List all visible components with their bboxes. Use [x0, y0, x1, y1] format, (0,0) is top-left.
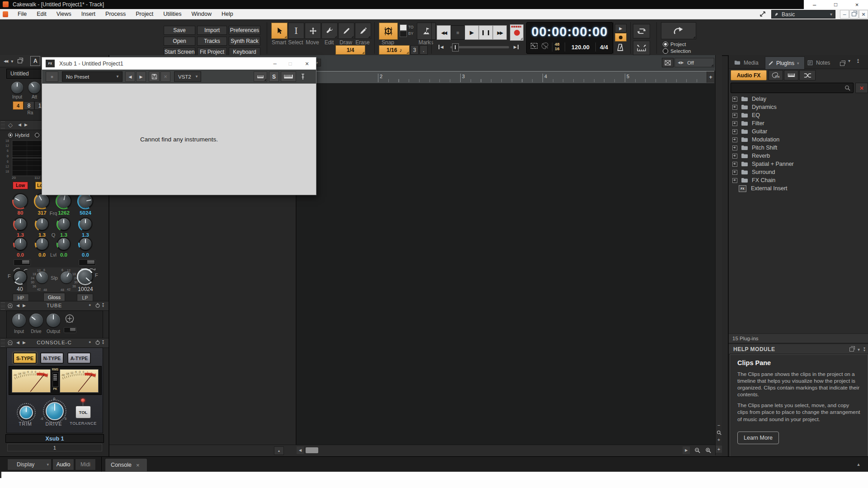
tube-header[interactable]: ◀ ▶ TUBE ● ▾▾	[0, 301, 108, 311]
menu-project[interactable]: Project	[131, 11, 158, 17]
tube-drive-knob[interactable]	[29, 314, 43, 327]
tree-item-delay[interactable]: Delay	[729, 95, 860, 103]
preset-dropdown[interactable]: No Preset ▼	[62, 71, 123, 82]
forward-button[interactable]: ▶▶	[493, 25, 507, 40]
workspace-dropdown[interactable]: Basic ▾	[771, 10, 835, 19]
virtual-keyboard-button[interactable]	[281, 71, 296, 82]
palette-icon[interactable]	[541, 42, 549, 49]
expand-icon[interactable]	[732, 154, 737, 159]
eq-lvl3-knob[interactable]	[58, 238, 70, 250]
trim-knob[interactable]	[19, 406, 33, 419]
tree-item-filter[interactable]: Filter	[729, 119, 860, 127]
vst-type-dropdown[interactable]: VST2 ▼	[174, 71, 201, 82]
collapse-pane-button[interactable]: ▴	[274, 446, 284, 455]
atype-button[interactable]: A-TYPE	[67, 352, 91, 364]
expand-icon[interactable]	[732, 105, 737, 110]
next-preset-button[interactable]: ▶	[136, 71, 146, 82]
position-slider-track[interactable]	[450, 46, 509, 48]
stype-button[interactable]: S-TYPE	[13, 352, 37, 364]
envelope-button[interactable]	[662, 58, 674, 67]
mini-play-button[interactable]: ▶	[615, 24, 627, 33]
rte-button[interactable]: ▶	[514, 43, 523, 51]
expand-icon[interactable]	[732, 113, 737, 118]
import-button[interactable]: Import	[197, 26, 227, 35]
metronome-button[interactable]	[615, 42, 626, 53]
collapse-icon[interactable]: ▾▾	[102, 340, 104, 344]
console-header[interactable]: ◀ ▶ CONSOLE-C ● ▾▾	[0, 338, 108, 348]
tree-item-guitar[interactable]: Guitar	[729, 127, 860, 136]
open-button[interactable]: Open	[164, 37, 195, 46]
hp-freq-knob[interactable]	[14, 271, 26, 283]
snap-to-toggle[interactable]	[400, 24, 407, 31]
prev-module-icon[interactable]: ◀	[18, 122, 21, 127]
undock-icon[interactable]	[849, 347, 854, 352]
eq-lvl2-knob[interactable]	[36, 238, 48, 250]
pause-button[interactable]	[479, 25, 493, 40]
expand-icon[interactable]	[732, 137, 737, 142]
menu-file[interactable]: File	[13, 11, 32, 17]
midi-tab[interactable]: Midi	[75, 459, 96, 470]
timeline-ruler[interactable]: 2 3 4 5 6 +	[297, 71, 714, 84]
console-dock-tab[interactable]: Console ×	[105, 458, 147, 471]
eq-lvl4-knob[interactable]	[80, 238, 91, 250]
lp-slope-knob[interactable]	[61, 272, 72, 283]
expand-icon[interactable]	[732, 145, 737, 150]
eq-q3-knob[interactable]	[58, 218, 70, 230]
select-tool-button[interactable]: I	[288, 23, 304, 39]
midi-fx-button[interactable]	[784, 70, 798, 80]
aim-assist-dropdown[interactable]: ◀ ▶ Off	[675, 58, 714, 67]
mdi-close-button[interactable]: ×	[859, 10, 868, 19]
ratio-4-button[interactable]: 4	[13, 101, 24, 110]
menu-help[interactable]: Help	[217, 11, 238, 17]
move-tool-button[interactable]	[305, 23, 321, 39]
collapse-right-icon[interactable]: ▴▴	[857, 58, 859, 63]
tree-item-external-insert[interactable]: FXExternal Insert	[729, 184, 860, 192]
synth-rack-button[interactable]: Synth Rack	[229, 37, 260, 46]
smart-tool-button[interactable]	[271, 23, 288, 39]
vzoom-out-button[interactable]: −	[716, 422, 722, 428]
fx-palette-button[interactable]: FX	[769, 70, 783, 80]
time-display[interactable]: 00:00:00:00	[527, 23, 613, 40]
diamond-icon[interactable]: ◇	[8, 122, 13, 128]
power-icon[interactable]	[95, 303, 100, 308]
audio-fx-tab[interactable]: Audio FX	[731, 70, 767, 80]
collapse-left-icon[interactable]: ◀◀	[4, 59, 7, 63]
eq-q2-knob[interactable]	[36, 218, 48, 230]
stop-button[interactable]: ■	[451, 25, 465, 40]
rewind-button[interactable]: ◀◀	[437, 25, 451, 40]
delete-preset-button[interactable]: ×	[160, 71, 170, 82]
edit-tool-button[interactable]	[321, 23, 338, 39]
tree-item-pitch-shift[interactable]: Pitch Shift	[729, 144, 860, 152]
clear-search-button[interactable]: ×	[855, 83, 868, 93]
marks-button[interactable]	[417, 23, 436, 40]
tree-item-modulation[interactable]: Modulation	[729, 136, 860, 144]
tree-item-dynamics[interactable]: Dynamics	[729, 103, 860, 111]
expand-icon[interactable]	[732, 129, 737, 134]
eq-freq2-knob[interactable]	[35, 194, 49, 208]
tol-button[interactable]: TOL	[75, 406, 91, 418]
tab-media[interactable]: Media	[731, 57, 764, 68]
eq-freq4-knob[interactable]	[79, 194, 92, 208]
menu-window[interactable]: Window	[186, 11, 216, 17]
snap-resolution-dropdown[interactable]: 1/16 ♪	[379, 45, 410, 55]
preferences-button[interactable]: Preferences	[229, 26, 260, 35]
prev-preset-button[interactable]: ◀	[125, 71, 135, 82]
reroute-button[interactable]	[799, 70, 816, 80]
save-preset-button[interactable]	[149, 71, 160, 82]
eq-lvl1-knob[interactable]	[14, 238, 26, 250]
eq-q4-knob[interactable]	[80, 218, 91, 230]
ratio-8-button[interactable]: 8	[24, 101, 34, 110]
hscroll-thumb[interactable]	[306, 447, 318, 453]
play-button[interactable]: ▶	[465, 25, 479, 40]
band-low-button[interactable]: Low	[13, 182, 28, 189]
dialog-close-button[interactable]: ×	[298, 57, 316, 70]
power-icon[interactable]	[95, 340, 100, 345]
grip-handle[interactable]	[1, 122, 5, 129]
snap-beats-button[interactable]: 3	[410, 45, 419, 55]
record-button[interactable]	[510, 24, 524, 41]
float-icon[interactable]	[18, 59, 22, 63]
tab-plugins[interactable]: PlugIns ▾	[765, 56, 805, 70]
tracks-button[interactable]: Tracks	[197, 37, 227, 46]
position-slider-handle[interactable]	[452, 43, 459, 52]
loop-marks-button[interactable]	[633, 41, 650, 55]
